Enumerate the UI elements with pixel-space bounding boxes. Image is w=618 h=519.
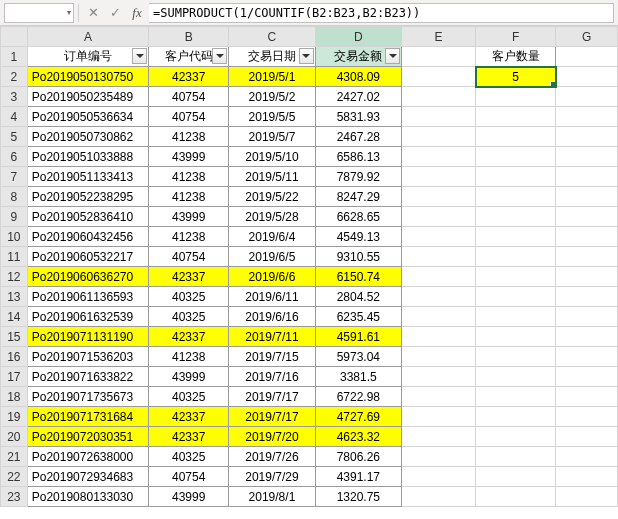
cell-empty[interactable] bbox=[402, 427, 476, 447]
cell-empty[interactable] bbox=[556, 407, 618, 427]
cell-trade-date[interactable]: 2019/5/5 bbox=[229, 107, 315, 127]
cell-empty[interactable] bbox=[402, 247, 476, 267]
row-header[interactable]: 2 bbox=[1, 67, 28, 87]
cell-trade-date[interactable]: 2019/6/5 bbox=[229, 247, 315, 267]
cell-trade-amt[interactable]: 3381.5 bbox=[315, 367, 401, 387]
row-header[interactable]: 16 bbox=[1, 347, 28, 367]
cell-cust-code[interactable]: 40754 bbox=[149, 107, 229, 127]
cell-trade-date[interactable]: 2019/5/28 bbox=[229, 207, 315, 227]
cell-trade-amt[interactable]: 2467.28 bbox=[315, 127, 401, 147]
cell-empty[interactable] bbox=[476, 207, 556, 227]
cell-cust-code[interactable]: 43999 bbox=[149, 487, 229, 507]
row-header[interactable]: 17 bbox=[1, 367, 28, 387]
cell-empty[interactable] bbox=[476, 487, 556, 507]
cell-empty[interactable] bbox=[402, 127, 476, 147]
cell-trade-amt[interactable]: 7879.92 bbox=[315, 167, 401, 187]
summary-label-cell[interactable]: 客户数量 bbox=[476, 47, 556, 67]
filter-dropdown-icon[interactable] bbox=[299, 48, 314, 64]
cell-cust-code[interactable]: 40325 bbox=[149, 307, 229, 327]
col-header-f[interactable]: F bbox=[476, 27, 556, 47]
row-header[interactable]: 12 bbox=[1, 267, 28, 287]
cell-cust-code[interactable]: 40325 bbox=[149, 287, 229, 307]
cell-order-no[interactable]: Po2019071536203 bbox=[27, 347, 148, 367]
cell-empty[interactable] bbox=[476, 87, 556, 107]
cell-order-no[interactable]: Po2019061136593 bbox=[27, 287, 148, 307]
row-header[interactable]: 14 bbox=[1, 307, 28, 327]
cell-empty[interactable] bbox=[476, 227, 556, 247]
row-header[interactable]: 5 bbox=[1, 127, 28, 147]
cell-trade-amt[interactable]: 4308.09 bbox=[315, 67, 401, 87]
cell-trade-amt[interactable]: 1320.75 bbox=[315, 487, 401, 507]
cell-empty[interactable] bbox=[402, 447, 476, 467]
cell-cust-code[interactable]: 40325 bbox=[149, 387, 229, 407]
cell-trade-date[interactable]: 2019/8/1 bbox=[229, 487, 315, 507]
cell-order-no[interactable]: Po2019072934683 bbox=[27, 467, 148, 487]
cell-empty[interactable] bbox=[402, 227, 476, 247]
cell-empty[interactable] bbox=[556, 67, 618, 87]
cell-empty[interactable] bbox=[402, 167, 476, 187]
cell-empty[interactable] bbox=[556, 147, 618, 167]
header-trade-date[interactable]: 交易日期 bbox=[229, 47, 315, 67]
cell-cust-code[interactable]: 41238 bbox=[149, 227, 229, 247]
cell-cust-code[interactable]: 40754 bbox=[149, 247, 229, 267]
cell-trade-amt[interactable]: 2427.02 bbox=[315, 87, 401, 107]
cell-trade-date[interactable]: 2019/5/2 bbox=[229, 87, 315, 107]
cell-empty[interactable] bbox=[476, 247, 556, 267]
col-header-b[interactable]: B bbox=[149, 27, 229, 47]
cell-trade-amt[interactable]: 6586.13 bbox=[315, 147, 401, 167]
cell-empty[interactable] bbox=[402, 347, 476, 367]
cell-empty[interactable] bbox=[556, 387, 618, 407]
spreadsheet-grid[interactable]: A B C D E F G 1订单编号客户代码交易日期交易金额客户数量2Po20… bbox=[0, 26, 618, 507]
row-header[interactable]: 4 bbox=[1, 107, 28, 127]
cell-trade-amt[interactable]: 4591.61 bbox=[315, 327, 401, 347]
cell-empty[interactable] bbox=[402, 147, 476, 167]
cell-empty[interactable] bbox=[556, 447, 618, 467]
cell-cust-code[interactable]: 42337 bbox=[149, 327, 229, 347]
cell-trade-amt[interactable]: 4391.17 bbox=[315, 467, 401, 487]
cell-order-no[interactable]: Po2019071633822 bbox=[27, 367, 148, 387]
cell-cust-code[interactable]: 42337 bbox=[149, 407, 229, 427]
row-header[interactable]: 19 bbox=[1, 407, 28, 427]
cell-empty[interactable] bbox=[556, 367, 618, 387]
col-header-g[interactable]: G bbox=[556, 27, 618, 47]
cell-empty[interactable] bbox=[556, 347, 618, 367]
cell-order-no[interactable]: Po2019071735673 bbox=[27, 387, 148, 407]
cell-empty[interactable] bbox=[402, 387, 476, 407]
summary-value-cell[interactable]: 5 bbox=[476, 67, 556, 87]
cell-empty[interactable] bbox=[556, 247, 618, 267]
filter-dropdown-icon[interactable] bbox=[132, 48, 147, 64]
row-header[interactable]: 18 bbox=[1, 387, 28, 407]
cell-cust-code[interactable]: 41238 bbox=[149, 347, 229, 367]
cell-trade-date[interactable]: 2019/5/22 bbox=[229, 187, 315, 207]
header-order-no[interactable]: 订单编号 bbox=[27, 47, 148, 67]
cell-order-no[interactable]: Po2019050730862 bbox=[27, 127, 148, 147]
row-header[interactable]: 11 bbox=[1, 247, 28, 267]
cell-cust-code[interactable]: 42337 bbox=[149, 267, 229, 287]
col-header-d[interactable]: D bbox=[315, 27, 401, 47]
row-header[interactable]: 20 bbox=[1, 427, 28, 447]
cell-cust-code[interactable]: 40754 bbox=[149, 87, 229, 107]
header-cust-code[interactable]: 客户代码 bbox=[149, 47, 229, 67]
cell-cust-code[interactable]: 42337 bbox=[149, 67, 229, 87]
cell-trade-date[interactable]: 2019/7/17 bbox=[229, 407, 315, 427]
cell-trade-date[interactable]: 2019/7/26 bbox=[229, 447, 315, 467]
cell-order-no[interactable]: Po2019072030351 bbox=[27, 427, 148, 447]
row-header[interactable]: 9 bbox=[1, 207, 28, 227]
cell-trade-amt[interactable]: 5831.93 bbox=[315, 107, 401, 127]
row-header[interactable]: 1 bbox=[1, 47, 28, 67]
cell-empty[interactable] bbox=[402, 367, 476, 387]
cell-empty[interactable] bbox=[402, 327, 476, 347]
cell-trade-amt[interactable]: 2804.52 bbox=[315, 287, 401, 307]
cell-empty[interactable] bbox=[476, 147, 556, 167]
cell-order-no[interactable]: Po2019060532217 bbox=[27, 247, 148, 267]
cell-empty[interactable] bbox=[476, 127, 556, 147]
cell-trade-date[interactable]: 2019/5/7 bbox=[229, 127, 315, 147]
cell-trade-date[interactable]: 2019/5/11 bbox=[229, 167, 315, 187]
cell-cust-code[interactable]: 41238 bbox=[149, 127, 229, 147]
cell-order-no[interactable]: Po2019052836410 bbox=[27, 207, 148, 227]
formula-input[interactable]: =SUMPRODUCT(1/COUNTIF(B2:B23,B2:B23)) bbox=[149, 3, 614, 23]
cell-order-no[interactable]: Po2019072638000 bbox=[27, 447, 148, 467]
col-header-c[interactable]: C bbox=[229, 27, 315, 47]
cell-empty[interactable] bbox=[402, 47, 476, 67]
cell-empty[interactable] bbox=[556, 327, 618, 347]
